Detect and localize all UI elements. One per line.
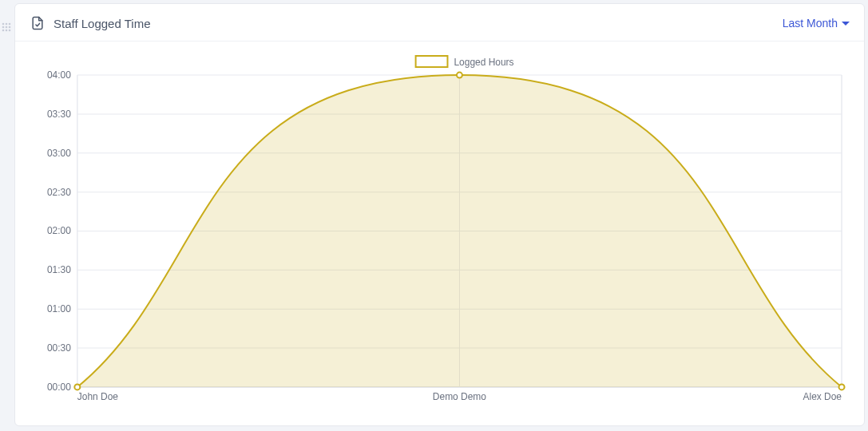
svg-text:03:00: 03:00 [47, 148, 71, 159]
svg-point-36 [74, 384, 80, 389]
svg-point-3 [2, 26, 5, 29]
card-header: Staff Logged Time Last Month [15, 4, 864, 42]
svg-point-7 [6, 30, 8, 32]
date-range-label: Last Month [783, 17, 838, 30]
svg-text:03:30: 03:30 [47, 109, 71, 120]
logged-hours-chart: 00:0000:3001:0001:3002:0002:3003:0003:30… [30, 51, 850, 411]
svg-text:Logged Hours: Logged Hours [454, 57, 513, 68]
svg-rect-39 [416, 56, 448, 67]
svg-text:00:00: 00:00 [47, 382, 71, 393]
svg-text:04:00: 04:00 [47, 69, 71, 81]
date-range-dropdown[interactable]: Last Month [783, 17, 850, 30]
caret-down-icon [842, 22, 850, 26]
svg-text:02:30: 02:30 [47, 187, 71, 198]
staff-logged-time-card: Staff Logged Time Last Month 00:0000:300… [14, 3, 865, 426]
svg-text:00:30: 00:30 [47, 342, 71, 354]
svg-point-1 [6, 23, 8, 26]
svg-text:John Doe: John Doe [77, 391, 119, 402]
svg-point-0 [2, 23, 5, 26]
svg-point-5 [9, 26, 11, 29]
svg-text:01:00: 01:00 [47, 303, 71, 314]
drag-handle-icon[interactable] [2, 21, 11, 30]
svg-point-2 [9, 23, 11, 26]
title-wrap: Staff Logged Time [30, 15, 150, 31]
chart-area: 00:0000:3001:0001:3002:0002:3003:0003:30… [15, 42, 864, 425]
card-title: Staff Logged Time [54, 17, 150, 30]
svg-point-38 [839, 384, 845, 389]
svg-text:02:00: 02:00 [47, 225, 71, 236]
svg-text:Demo Demo: Demo Demo [433, 391, 486, 402]
svg-point-8 [9, 30, 11, 32]
document-check-icon [30, 15, 46, 31]
svg-point-6 [2, 30, 5, 32]
svg-text:Alex Doe: Alex Doe [803, 391, 842, 402]
svg-point-37 [457, 73, 462, 78]
svg-text:01:30: 01:30 [47, 264, 71, 275]
svg-point-4 [6, 26, 8, 29]
